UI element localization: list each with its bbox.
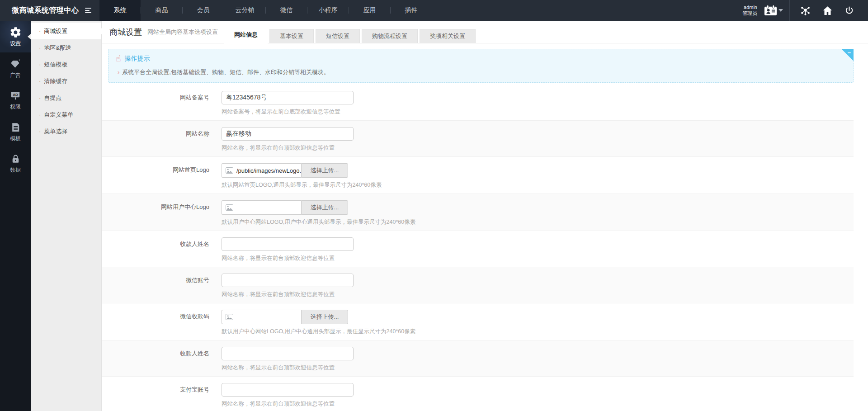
field-hint: 网站名称，将显示在前台顶部欢迎信息等位置 bbox=[222, 364, 854, 372]
topnav-item-3[interactable]: 云分销 bbox=[224, 0, 265, 21]
field-hint: 网站名称，将显示在前台顶部欢迎信息等位置 bbox=[222, 144, 854, 152]
upload-control: 选择上传... bbox=[222, 200, 348, 215]
menu-collapse-icon[interactable] bbox=[85, 0, 96, 21]
text-input[interactable] bbox=[222, 383, 354, 397]
power-icon[interactable] bbox=[839, 0, 860, 21]
submenu-item-1[interactable]: ·地区&配送 bbox=[31, 39, 101, 56]
submenu-item-label: 商城设置 bbox=[44, 27, 67, 35]
field-label: 微信收款码 bbox=[102, 310, 209, 324]
sidebar-icon-rail: 设置广告AD权限模板数据 bbox=[0, 21, 31, 411]
submenu-bullet: · bbox=[39, 28, 41, 34]
field-label: 网站名称 bbox=[102, 127, 209, 141]
sidebar-module-label: 设置 bbox=[10, 40, 21, 47]
submenu-item-0[interactable]: ·商城设置 bbox=[31, 23, 101, 39]
upload-path-field[interactable]: /public/images/newLogo.pn bbox=[222, 163, 301, 178]
topnav-item-6[interactable]: 应用 bbox=[349, 0, 390, 21]
gear-icon bbox=[9, 26, 22, 38]
main-content: 商城设置 网站全局内容基本选项设置 网站信息基本设置短信设置购物流程设置奖项相关… bbox=[102, 21, 868, 411]
topbar-right: admin 管理员 bbox=[742, 0, 868, 21]
tab-2[interactable]: 短信设置 bbox=[316, 29, 360, 43]
image-icon bbox=[226, 314, 233, 320]
tab-3[interactable]: 购物流程设置 bbox=[362, 29, 418, 43]
field-hint: 网站名称，将显示在前台顶部欢迎信息等位置 bbox=[222, 291, 854, 298]
form-row-top: 收款人姓名 bbox=[102, 237, 854, 251]
submenu-item-label: 清除缓存 bbox=[44, 77, 67, 85]
home-icon[interactable] bbox=[816, 0, 839, 21]
image-icon bbox=[226, 167, 233, 174]
user-role: 管理员 bbox=[742, 10, 757, 16]
upload-button[interactable]: 选择上传... bbox=[301, 310, 348, 324]
tab-1[interactable]: 基本设置 bbox=[269, 29, 314, 43]
form-row-4: 收款人姓名网站名称，将显示在前台顶部欢迎信息等位置 bbox=[102, 231, 854, 267]
sidebar-module-0[interactable]: 设置 bbox=[0, 21, 31, 52]
text-input[interactable] bbox=[222, 274, 354, 287]
notice-bullet-icon: › bbox=[118, 69, 119, 76]
text-input[interactable] bbox=[222, 237, 354, 251]
caret-down-icon bbox=[778, 9, 783, 12]
text-input[interactable] bbox=[222, 91, 354, 104]
topnav-item-5[interactable]: 小程序 bbox=[307, 0, 349, 21]
app-logo: 微商城系统管理中心 bbox=[0, 0, 85, 21]
image-icon bbox=[226, 204, 233, 211]
field-control bbox=[222, 237, 354, 251]
page-title: 商城设置 bbox=[109, 27, 142, 38]
topnav-item-1[interactable]: 商品 bbox=[141, 0, 182, 21]
upload-path-field[interactable] bbox=[222, 200, 301, 215]
upload-path-field[interactable] bbox=[222, 310, 301, 324]
submenu-item-label: 地区&配送 bbox=[44, 44, 71, 52]
submenu-bullet: · bbox=[39, 44, 41, 51]
page-body: ☝ 操作提示 ›系统平台全局设置,包括基础设置、购物、短信、邮件、水印和分销等相… bbox=[102, 43, 868, 411]
tab-0[interactable]: 网站信息 bbox=[224, 26, 268, 43]
submenu-item-3[interactable]: ·清除缓存 bbox=[31, 73, 101, 90]
form-row-5: 微信账号网站名称，将显示在前台顶部欢迎信息等位置 bbox=[102, 267, 854, 303]
submenu-item-5[interactable]: ·自定义菜单 bbox=[31, 106, 101, 123]
notice-collapse-icon[interactable]: − bbox=[847, 50, 851, 56]
submenu-item-label: 自提点 bbox=[44, 94, 61, 102]
upload-button[interactable]: 选择上传... bbox=[301, 163, 348, 178]
sidebar-module-3[interactable]: 模板 bbox=[0, 116, 31, 147]
field-hint: 网站名称，将显示在前台顶部欢迎信息等位置 bbox=[222, 255, 854, 262]
upload-button[interactable]: 选择上传... bbox=[301, 200, 348, 215]
form-row-0: 网站备案号网站备案号，将显示在前台底部欢迎信息等位置 bbox=[102, 85, 854, 121]
form-row-top: 微信收款码选择上传... bbox=[102, 310, 854, 324]
notice-box: ☝ 操作提示 ›系统平台全局设置,包括基础设置、购物、短信、邮件、水印和分销等相… bbox=[108, 49, 854, 83]
field-label: 收款人姓名 bbox=[102, 347, 209, 360]
sidebar-module-label: 权限 bbox=[10, 103, 21, 111]
submenu-item-4[interactable]: ·自提点 bbox=[31, 90, 101, 106]
form-row-2: 网站首页Logo/public/images/newLogo.pn选择上传...… bbox=[102, 157, 854, 194]
text-input[interactable] bbox=[222, 347, 354, 360]
form-row-7: 收款人姓名网站名称，将显示在前台顶部欢迎信息等位置 bbox=[102, 340, 854, 377]
submenu-bullet: · bbox=[39, 111, 41, 118]
text-input[interactable] bbox=[222, 127, 354, 141]
submenu-item-6[interactable]: ·菜单选择 bbox=[31, 123, 101, 140]
id-card-icon[interactable] bbox=[762, 0, 785, 21]
admin-app: 微商城系统管理中心 系统商品会员云分销微信小程序应用插件 admin 管理员 bbox=[0, 0, 868, 411]
field-control: 选择上传... bbox=[222, 200, 348, 215]
share-icon[interactable] bbox=[794, 0, 816, 21]
sidebar-module-4[interactable]: 数据 bbox=[0, 147, 31, 179]
topnav-item-7[interactable]: 插件 bbox=[391, 0, 432, 21]
upload-path-text: /public/images/newLogo.pn bbox=[236, 167, 301, 174]
form-row-top: 微信账号 bbox=[102, 274, 854, 287]
notice-title: 操作提示 bbox=[125, 55, 150, 63]
submenu-item-2[interactable]: ·短信模板 bbox=[31, 56, 101, 73]
topnav-item-0[interactable]: 系统 bbox=[99, 0, 141, 21]
field-control bbox=[222, 383, 354, 397]
sidebar-module-1[interactable]: 广告 bbox=[0, 52, 31, 84]
sidebar-module-label: 广告 bbox=[10, 71, 21, 79]
topnav-item-2[interactable]: 会员 bbox=[183, 0, 224, 21]
field-hint: 网站名称，将显示在前台顶部欢迎信息等位置 bbox=[222, 400, 854, 408]
field-control: 选择上传... bbox=[222, 310, 348, 324]
topnav-item-4[interactable]: 微信 bbox=[266, 0, 307, 21]
field-label: 网站用户中心Logo bbox=[102, 200, 209, 215]
topbar: 微商城系统管理中心 系统商品会员云分销微信小程序应用插件 admin 管理员 bbox=[0, 0, 868, 21]
field-hint: 默认用户中心网站LOGO,用户中心通用头部显示，最佳显示尺寸为240*60像素 bbox=[222, 218, 854, 226]
gem-icon bbox=[9, 57, 21, 70]
form-row-6: 微信收款码选择上传...默认用户中心网站LOGO,用户中心通用头部显示，最佳显示… bbox=[102, 303, 854, 340]
hand-pointer-icon: ☝ bbox=[116, 54, 121, 63]
sidebar-module-2[interactable]: AD权限 bbox=[0, 84, 31, 116]
notice-body: ›系统平台全局设置,包括基础设置、购物、短信、邮件、水印和分销等相关模块。 bbox=[116, 68, 846, 76]
field-label: 收款人姓名 bbox=[102, 237, 209, 251]
form-row-3: 网站用户中心Logo选择上传...默认用户中心网站LOGO,用户中心通用头部显示… bbox=[102, 194, 854, 231]
tab-4[interactable]: 奖项相关设置 bbox=[420, 29, 476, 43]
